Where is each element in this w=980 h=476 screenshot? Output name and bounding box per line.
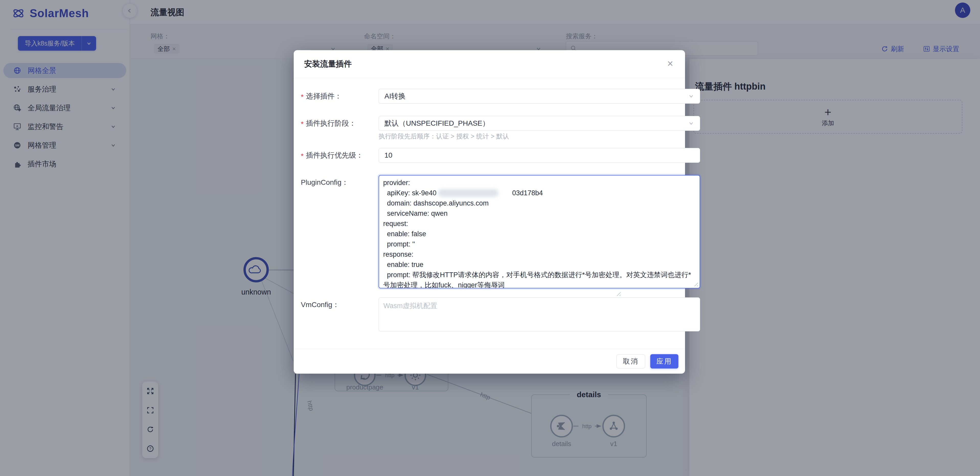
- plugin-select-label: 选择插件：: [301, 89, 342, 104]
- modal-title: 安装流量插件: [304, 50, 352, 78]
- priority-label: 插件执行优先级：: [301, 148, 363, 163]
- phase-select[interactable]: 默认（UNSPECIFIED_PHASE）: [379, 116, 700, 131]
- priority-field: [379, 148, 700, 163]
- plugin-select[interactable]: AI转换: [379, 89, 700, 104]
- vm-config-textarea[interactable]: [379, 297, 700, 331]
- priority-input[interactable]: [379, 148, 700, 163]
- plugin-config-textarea[interactable]: provider: apiKey: sk-9e4003d178b4 domain…: [379, 175, 700, 288]
- api-key-line: apiKey: sk-9e4003d178b4: [383, 188, 695, 198]
- apply-button[interactable]: 应用: [650, 354, 678, 369]
- resize-handle[interactable]: [616, 291, 620, 296]
- redacted-api-key: [438, 189, 498, 197]
- close-icon[interactable]: ×: [663, 56, 678, 71]
- phase-helper-text: 执行阶段先后顺序：认证 > 授权 > 统计 > 默认: [379, 132, 509, 141]
- vm-config-label: VmConfig：: [301, 297, 339, 312]
- cancel-button[interactable]: 取消: [617, 354, 645, 369]
- install-plugin-modal: 安装流量插件 × 选择插件： AI转换 插件执行阶段： 默认（UNSPECIFI…: [294, 50, 685, 374]
- chevron-down-icon: [688, 93, 694, 99]
- modal-header: 安装流量插件 ×: [294, 50, 685, 78]
- chevron-down-icon: [688, 120, 694, 126]
- plugin-select-value: AI转换: [385, 91, 406, 101]
- phase-select-label: 插件执行阶段：: [301, 116, 356, 131]
- phase-select-value: 默认（UNSPECIFIED_PHASE）: [385, 118, 490, 128]
- modal-footer: 取消 应用: [294, 349, 685, 374]
- plugin-config-label: PluginConfig：: [301, 175, 348, 190]
